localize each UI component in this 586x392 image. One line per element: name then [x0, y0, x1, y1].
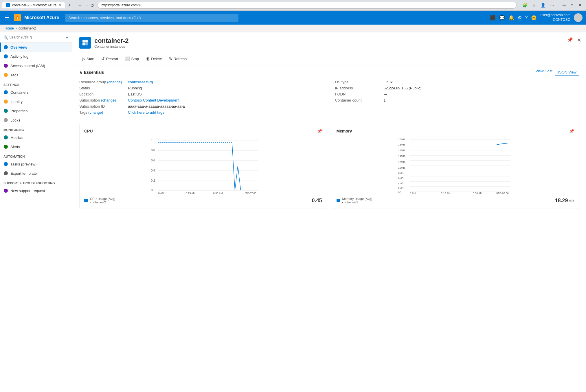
cpu-chart-footer: CPU Usage (Avg) container-2 0.45: [84, 197, 322, 204]
restart-button[interactable]: ↺ Restart: [98, 55, 121, 63]
cpu-value-container: 0.45: [312, 198, 322, 204]
url-text: https://portal.azure.com/#: [101, 3, 140, 7]
cloud-shell-icon[interactable]: ⬛: [490, 15, 496, 21]
browser-menu-button[interactable]: ⋯: [549, 2, 556, 8]
sidebar-item-identity[interactable]: Identity: [0, 97, 72, 106]
essentials-actions: View Cost JSON View: [535, 69, 579, 76]
svg-text:10MB: 10MB: [398, 166, 405, 169]
os-type-value: Linux: [384, 80, 393, 84]
settings-icon[interactable]: ⚙: [518, 15, 522, 21]
help-icon[interactable]: ?: [525, 15, 528, 20]
resource-title-area: container-2 Container instances: [94, 37, 129, 49]
window-close-button[interactable]: ✕: [576, 3, 584, 8]
browser-profile-button[interactable]: 👤: [539, 2, 547, 8]
browser-forward-button[interactable]: →: [84, 3, 89, 8]
svg-text:18MB: 18MB: [398, 143, 405, 146]
sidebar-item-export[interactable]: Export template: [0, 169, 72, 178]
memory-legend-sub: container-2: [342, 200, 372, 204]
essentials-section: ∧ Essentials View Cost JSON View Resourc…: [72, 65, 586, 119]
notifications-icon[interactable]: 🔔: [508, 15, 514, 21]
close-panel-button[interactable]: ✕: [577, 37, 581, 43]
status-value: Running: [128, 86, 142, 90]
sidebar-search-icon: 🔍: [3, 35, 8, 40]
sidebar-item-properties[interactable]: Properties: [0, 106, 72, 115]
sidebar-item-metrics[interactable]: Metrics: [0, 133, 72, 142]
tab-close-icon[interactable]: ✕: [59, 3, 61, 7]
cpu-chart-svg: 1 0.8 0.6 0.4 0.2 0: [84, 137, 322, 195]
user-avatar[interactable]: [574, 13, 583, 22]
pin-button[interactable]: 📌: [567, 37, 573, 43]
sidebar-item-tags[interactable]: Tags: [0, 70, 72, 80]
subscription-link[interactable]: Contoso Content Development: [128, 98, 179, 102]
new-tab-button[interactable]: +: [66, 2, 73, 9]
charts-row: CPU 📌 1 0.8 0.6 0.4 0.2 0: [79, 124, 579, 209]
add-tags-link[interactable]: Click here to add tags: [128, 110, 164, 115]
start-icon: ▷: [82, 56, 85, 61]
essentials-row-ip: IP address 52.224.89.165 (Public): [335, 85, 579, 91]
tags-icon: [3, 73, 8, 77]
memory-chart-title: Memory: [337, 129, 352, 133]
refresh-button[interactable]: ↻ Refresh: [166, 55, 190, 63]
svg-text:16MB: 16MB: [398, 149, 405, 152]
azure-logo-icon: 🔥: [14, 14, 21, 21]
sidebar-locks-label: Locks: [10, 118, 20, 122]
memory-value-container: 18.29 MB: [555, 198, 574, 204]
sidebar-search-input[interactable]: [9, 35, 65, 39]
resource-icon: [79, 37, 91, 49]
sidebar-collapse-button[interactable]: «: [66, 35, 69, 40]
json-view-link[interactable]: JSON View: [555, 69, 579, 76]
toolbar: ▷ Start ↺ Restart ⬜ Stop 🗑 Delete ↻ Refr…: [72, 52, 586, 65]
hamburger-menu-button[interactable]: ☰: [3, 13, 10, 22]
sidebar-item-support[interactable]: New support request: [0, 186, 72, 195]
resource-group-link[interactable]: contoso-test-rg: [128, 80, 153, 84]
svg-rect-0: [82, 40, 85, 43]
svg-text:8 AM: 8 AM: [409, 192, 416, 195]
global-search-input[interactable]: [65, 14, 238, 22]
svg-text:6MB: 6MB: [398, 177, 403, 180]
memory-chart-container: 20MB 18MB 16MB 14MB 12MB 10MB 8MB 6MB 4M…: [337, 137, 574, 195]
browser-favorites-button[interactable]: ☆: [531, 2, 537, 8]
sidebar-item-alerts[interactable]: Alerts: [0, 142, 72, 151]
browser-extensions-button[interactable]: 🧩: [521, 2, 529, 8]
sidebar-export-label: Export template: [10, 171, 37, 176]
resource-subtitle: Container instances: [94, 45, 129, 49]
essentials-row-os: OS type Linux: [335, 79, 579, 85]
browser-refresh-button[interactable]: ↺: [90, 3, 94, 8]
start-button[interactable]: ▷ Start: [79, 55, 97, 63]
essentials-toggle[interactable]: ∧ Essentials: [79, 70, 104, 75]
containers-icon: [3, 90, 8, 95]
essentials-row-sub-id: Subscription ID aaaa-aaa-a-aaaaa-aaaaa-a…: [79, 103, 324, 109]
cpu-legend-label: CPU Usage (Avg): [90, 197, 115, 200]
sidebar-properties-label: Properties: [10, 109, 27, 113]
cpu-pin-button[interactable]: 📌: [317, 129, 322, 133]
sidebar-item-locks[interactable]: Locks: [0, 115, 72, 125]
address-bar[interactable]: https://portal.azure.com/#: [98, 2, 516, 9]
window-minimize-button[interactable]: —: [560, 3, 568, 8]
sidebar-item-tasks[interactable]: Tasks (preview): [0, 159, 72, 169]
breadcrumb-current: container-2: [19, 26, 36, 30]
tasks-icon: [3, 162, 8, 166]
delete-button[interactable]: 🗑 Delete: [143, 55, 165, 63]
essentials-title-text: Essentials: [84, 70, 104, 75]
ip-address-value: 52.224.89.165 (Public): [384, 86, 422, 90]
svg-rect-3: [85, 43, 88, 45]
charts-area: CPU 📌 1 0.8 0.6 0.4 0.2 0: [72, 119, 586, 218]
user-info[interactable]: user@contoso.com CONTOSO: [540, 13, 570, 22]
azure-logo: Microsoft Azure: [24, 15, 59, 20]
sidebar-item-overview[interactable]: Overview: [0, 43, 72, 52]
window-maximize-button[interactable]: □: [569, 3, 576, 8]
feedback-icon[interactable]: 💬: [499, 15, 505, 21]
sidebar-item-activity-log[interactable]: Activity log: [0, 52, 72, 61]
stop-button[interactable]: ⬜ Stop: [122, 55, 142, 63]
svg-text:12MB: 12MB: [398, 161, 405, 163]
browser-tab[interactable]: container-2 - Microsoft Azure ✕: [2, 2, 65, 8]
smiley-icon[interactable]: 😊: [531, 15, 537, 21]
breadcrumb-home[interactable]: Home: [5, 26, 14, 30]
memory-legend-color: [337, 199, 340, 202]
sidebar-item-containers[interactable]: Containers: [0, 88, 72, 97]
svg-text:0.6: 0.6: [151, 159, 155, 162]
memory-pin-button[interactable]: 📌: [569, 129, 574, 133]
browser-back-button[interactable]: ←: [78, 3, 82, 8]
sidebar-item-access-control[interactable]: Access control (IAM): [0, 61, 72, 70]
view-cost-link[interactable]: View Cost: [535, 69, 552, 76]
